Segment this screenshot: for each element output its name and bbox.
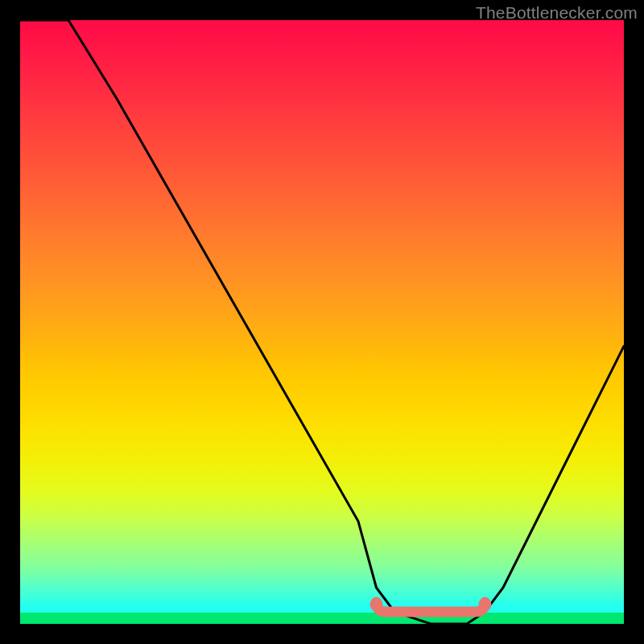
marker-dot-left (370, 598, 383, 611)
curve-layer (20, 20, 624, 624)
watermark-text: TheBottlenecker.com (476, 3, 638, 23)
bottleneck-curve (20, 20, 624, 624)
marker-bar (377, 602, 485, 612)
plot-area (20, 20, 624, 624)
marker-dot-right (479, 598, 492, 611)
chart-frame: TheBottlenecker.com (0, 0, 644, 644)
